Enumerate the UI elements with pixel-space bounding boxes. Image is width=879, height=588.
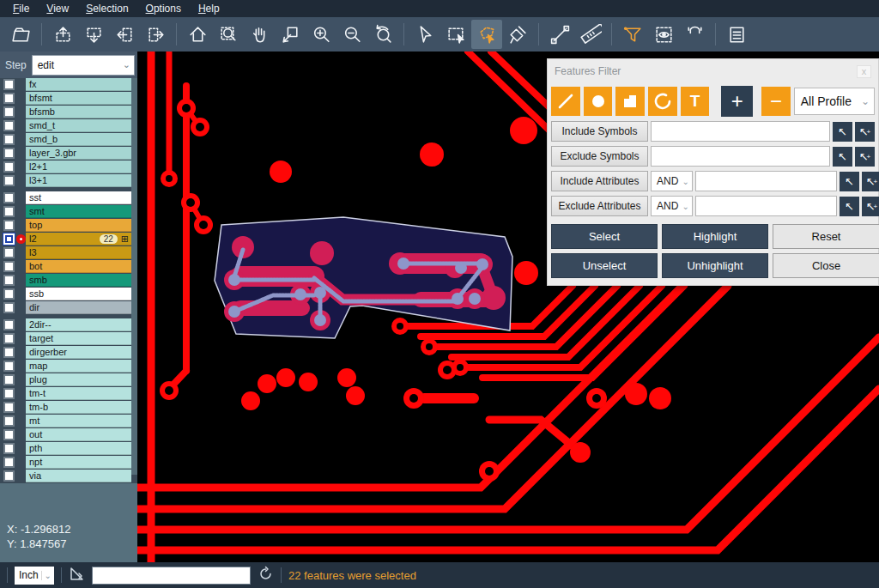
layer-checkbox[interactable] (3, 388, 15, 399)
layer-name[interactable]: smb (26, 274, 131, 287)
include-symbols-button[interactable]: Include Symbols (551, 121, 648, 142)
layer-checkbox[interactable] (3, 161, 15, 173)
layer-name[interactable]: smd_t (26, 119, 131, 132)
layer-checkbox[interactable] (3, 470, 15, 482)
exclude-symbols-input[interactable] (651, 146, 830, 167)
pick-add-from-canvas-button[interactable]: ↖+ (855, 147, 875, 167)
layer-name[interactable]: mt (26, 415, 131, 427)
layer-checkbox[interactable] (3, 319, 15, 330)
pick-add-from-canvas-button[interactable]: ↖+ (862, 172, 879, 191)
highlight-button[interactable]: Highlight (662, 224, 768, 249)
polygon-select-button[interactable] (471, 20, 502, 49)
zoom-out-button[interactable] (336, 20, 367, 49)
layer-checkbox[interactable] (3, 415, 15, 427)
pick-from-canvas-button[interactable]: ↖ (840, 172, 859, 191)
pan-hand-button[interactable] (244, 20, 275, 49)
select-cursor-button[interactable] (409, 20, 440, 49)
layer-checkbox[interactable] (3, 302, 15, 313)
layer-name[interactable]: layer_3.gbr (26, 147, 131, 160)
layer-name[interactable]: via (26, 470, 131, 482)
polarity-negative-button[interactable]: − (761, 87, 791, 116)
step-select[interactable]: edit ⌄ (32, 55, 135, 76)
snap-button[interactable] (679, 20, 710, 49)
exclude-attributes-input[interactable] (695, 196, 837, 216)
layer-checkbox[interactable] (3, 333, 15, 344)
layer-checkbox[interactable] (3, 79, 15, 90)
layer-checkbox[interactable] (3, 361, 15, 372)
profile-select[interactable]: All Profile ⌄ (794, 88, 875, 115)
ruler-button[interactable] (575, 20, 606, 49)
menu-options[interactable]: Options (138, 1, 189, 16)
pick-from-canvas-button[interactable]: ↖ (833, 147, 852, 167)
pan-down-button[interactable] (78, 20, 109, 49)
layer-checkbox[interactable] (3, 402, 15, 413)
layer-name[interactable]: pth (26, 442, 131, 455)
layer-checkbox[interactable] (3, 134, 15, 145)
layer-name[interactable]: l222⊞ (26, 233, 131, 246)
filter-text-button[interactable]: T (681, 87, 710, 116)
layer-checkbox[interactable] (3, 93, 15, 104)
layer-name[interactable]: npt (26, 456, 131, 469)
layer-name[interactable]: dir (26, 301, 131, 314)
layer-name[interactable]: 2dir-- (26, 318, 131, 331)
layer-name[interactable]: map (26, 360, 131, 373)
polarity-positive-button[interactable]: + (721, 86, 753, 117)
layer-name[interactable]: fx (26, 78, 131, 91)
layer-name[interactable]: bfsmt (26, 92, 131, 105)
zoom-in-button[interactable] (306, 20, 336, 49)
layer-name[interactable]: top (26, 219, 131, 232)
view-options-button[interactable] (648, 20, 679, 49)
layer-checkbox[interactable] (3, 175, 15, 186)
operator-select[interactable]: AND⌄ (651, 171, 693, 191)
filter-surface-button[interactable] (615, 87, 645, 116)
filter-pad-button[interactable] (584, 87, 613, 116)
select-button[interactable]: Select (551, 224, 658, 249)
features-filter-button[interactable] (617, 20, 648, 49)
layer-name[interactable]: tm-b (26, 401, 131, 414)
include-attributes-button[interactable]: Include Attributes (551, 171, 648, 191)
pan-left-button[interactable] (109, 20, 140, 49)
units-select[interactable]: Inch ⌄ (15, 567, 54, 585)
layer-checkbox[interactable] (3, 233, 15, 245)
pick-add-from-canvas-button[interactable]: ↖+ (855, 122, 875, 142)
pan-right-button[interactable] (140, 20, 171, 49)
layer-name[interactable]: l3+1 (26, 174, 131, 187)
layer-name[interactable]: l2+1 (26, 161, 131, 173)
menu-help[interactable]: Help (191, 1, 227, 16)
layer-checkbox[interactable] (3, 457, 15, 468)
layer-name[interactable]: l3 (26, 246, 131, 259)
zoom-previous-button[interactable] (367, 20, 398, 49)
zoom-window-button[interactable] (275, 20, 306, 49)
layer-checkbox[interactable] (3, 261, 15, 272)
menu-view[interactable]: View (39, 1, 76, 16)
filter-line-button[interactable] (551, 87, 580, 116)
filter-arc-button[interactable] (648, 87, 677, 116)
layer-checkbox[interactable] (3, 288, 15, 300)
layer-checkbox[interactable] (3, 247, 15, 258)
angle-measure-icon[interactable] (69, 566, 85, 585)
layer-name[interactable]: smt (26, 205, 131, 218)
layer-checkbox[interactable] (3, 106, 15, 118)
layer-checkbox[interactable] (3, 220, 15, 231)
zoom-area-button[interactable] (213, 20, 244, 49)
pick-from-canvas-button[interactable]: ↖ (840, 197, 859, 216)
include-symbols-input[interactable] (651, 121, 830, 142)
layer-checkbox[interactable] (3, 443, 15, 454)
menu-selection[interactable]: Selection (78, 1, 136, 16)
layer-name[interactable]: dirgerber (26, 346, 131, 359)
close-button[interactable]: Close (773, 253, 879, 278)
close-icon[interactable]: x (857, 65, 871, 78)
operator-select[interactable]: AND⌄ (651, 196, 693, 216)
layer-checkbox[interactable] (3, 275, 15, 286)
layer-name[interactable]: target (26, 332, 131, 345)
layer-checkbox[interactable] (3, 347, 15, 358)
refresh-icon[interactable] (258, 566, 274, 585)
clear-highlight-brush-button[interactable] (502, 20, 533, 49)
menu-file[interactable]: File (5, 1, 37, 16)
rect-select-button[interactable] (440, 20, 471, 49)
home-button[interactable] (182, 20, 213, 49)
layer-name[interactable]: bot (26, 260, 131, 273)
layer-name[interactable]: smd_b (26, 133, 131, 146)
measure-distance-button[interactable] (544, 20, 575, 49)
dialog-title-bar[interactable]: Features Filter x (548, 59, 878, 83)
